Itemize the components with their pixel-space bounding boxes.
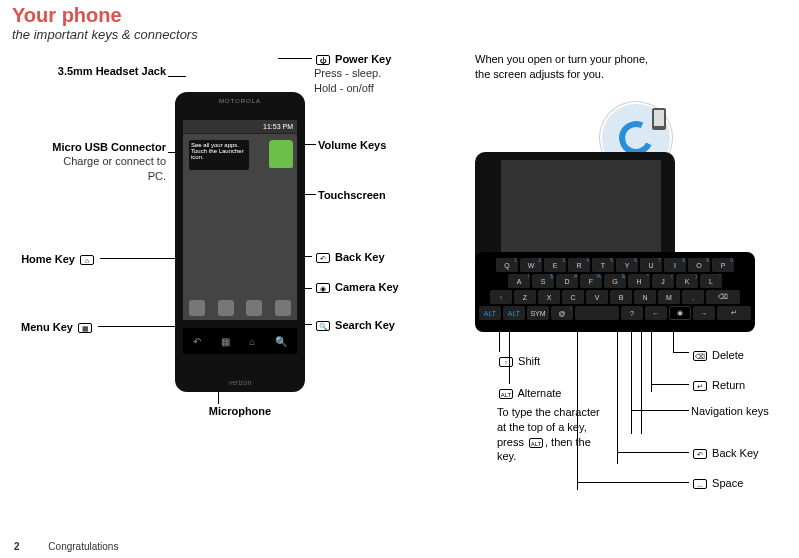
page-number: 2 xyxy=(14,541,20,552)
kb-key: M xyxy=(658,290,680,304)
footer-section: Congratulations xyxy=(48,541,118,552)
phone-front: MOTOROLA 11:53 PM See all your apps. Tou… xyxy=(175,92,305,392)
page-subtitle: the important keys & connectors xyxy=(0,27,799,42)
hw-menu-icon: ▦ xyxy=(221,336,230,347)
kb-key: SYM xyxy=(527,306,549,320)
kb-key: ALT xyxy=(503,306,525,320)
label-touchscreen: Touchscreen xyxy=(318,189,386,201)
kb-key: .: xyxy=(682,290,704,304)
label-space: Space xyxy=(712,477,743,489)
mini-phone-portrait-icon xyxy=(652,108,666,130)
space-key-icon: ⎵ xyxy=(693,479,707,489)
tips-line2: Touch the Launcher icon. xyxy=(191,148,247,160)
label-alternate: Alternate xyxy=(517,387,561,399)
label-return: Return xyxy=(712,379,745,391)
kb-key: U7 xyxy=(640,258,662,272)
kb-key: R4 xyxy=(568,258,590,272)
kb-key: D# xyxy=(556,274,578,288)
kb-key: ?, xyxy=(621,306,643,320)
page-footer: 2 Congratulations xyxy=(14,541,118,552)
kb-key: ← xyxy=(645,306,667,320)
label-back-key: Back Key xyxy=(335,251,385,263)
page-title: Your phone xyxy=(0,0,799,27)
menu-key-icon: ▦ xyxy=(78,323,92,333)
home-key-icon: ⌂ xyxy=(80,255,94,265)
camera-key-icon: ◉ xyxy=(316,283,330,293)
dock-icons xyxy=(183,300,297,316)
return-key-icon: ↵ xyxy=(693,381,707,391)
kb-key: S$ xyxy=(532,274,554,288)
label-micro-usb: Micro USB Connector xyxy=(46,140,166,154)
hw-back-icon: ↶ xyxy=(193,336,201,347)
phone-keyboard-diagram: Q1W2E3R4T5Y6U7I8O9P0A!S$D#F%G&H*J(K)L"↑Z… xyxy=(475,152,765,332)
kb-key: @/ xyxy=(551,306,573,320)
android-icon xyxy=(269,140,293,168)
label-headset: 3.5mm Headset Jack xyxy=(58,65,166,77)
label-back-key-r: Back Key xyxy=(712,447,758,459)
kb-key: B xyxy=(610,290,632,304)
right-diagram: When you open or turn your phone, the sc… xyxy=(475,52,795,95)
kb-key: Y6 xyxy=(616,258,638,272)
kb-key: K) xyxy=(676,274,698,288)
label-home-key: Home Key xyxy=(21,253,75,265)
label-micro-usb-sub: Charge or connect to PC. xyxy=(46,154,166,183)
alt-key-icon: ALT xyxy=(499,389,513,399)
search-key-icon: 🔍 xyxy=(316,321,330,331)
back-key-icon: ↶ xyxy=(316,253,330,263)
label-camera-key: Camera Key xyxy=(335,281,399,293)
kb-key xyxy=(575,306,619,320)
hw-button-row: ↶ ▦ ⌂ 🔍 xyxy=(183,328,297,354)
kb-key: ◉ xyxy=(669,306,691,320)
kb-key: A! xyxy=(508,274,530,288)
kb-key: N xyxy=(634,290,656,304)
phone-brand: MOTOROLA xyxy=(175,98,305,104)
kb-key: → xyxy=(693,306,715,320)
kb-key: F% xyxy=(580,274,602,288)
kb-key: E3 xyxy=(544,258,566,272)
label-shift: Shift xyxy=(518,355,540,367)
carrier-label: verizon xyxy=(175,379,305,386)
kb-key: ALT xyxy=(479,306,501,320)
hw-home-icon: ⌂ xyxy=(249,336,255,347)
label-delete: Delete xyxy=(712,349,744,361)
kb-key: X xyxy=(538,290,560,304)
kb-key: I8 xyxy=(664,258,686,272)
shift-key-icon: ↑ xyxy=(499,357,513,367)
status-time: 11:53 PM xyxy=(263,123,293,130)
kb-key: Q1 xyxy=(496,258,518,272)
label-power-key: Power Key xyxy=(335,53,391,65)
label-navkeys: Navigation keys xyxy=(691,405,769,417)
hw-search-icon: 🔍 xyxy=(275,336,287,347)
kb-key: O9 xyxy=(688,258,710,272)
kb-key: ⌫ xyxy=(706,290,740,304)
label-power-sub2: Hold - on/off xyxy=(314,81,454,95)
alt-inline-icon: ALT xyxy=(529,438,543,448)
delete-key-icon: ⌫ xyxy=(693,351,707,361)
kb-key: Z xyxy=(514,290,536,304)
intro-line1: When you open or turn your phone, xyxy=(475,52,795,67)
kb-key: ↵ xyxy=(717,306,751,320)
label-power-sub1: Press - sleep. xyxy=(314,66,454,80)
kb-key: H* xyxy=(628,274,650,288)
keyboard-body: Q1W2E3R4T5Y6U7I8O9P0A!S$D#F%G&H*J(K)L"↑Z… xyxy=(475,252,755,332)
label-menu-key: Menu Key xyxy=(21,321,73,333)
kb-key: G& xyxy=(604,274,626,288)
phone-top-screen xyxy=(501,160,661,266)
kb-key: P0 xyxy=(712,258,734,272)
power-key-icon: ⏻ xyxy=(316,55,330,65)
phone-screen: 11:53 PM See all your apps. Touch the La… xyxy=(183,120,297,320)
kb-key: J( xyxy=(652,274,674,288)
kb-key: V xyxy=(586,290,608,304)
label-volume: Volume Keys xyxy=(318,139,386,151)
label-microphone: Microphone xyxy=(209,405,271,417)
kb-key: C xyxy=(562,290,584,304)
left-diagram: 3.5mm Headset Jack Micro USB Connector C… xyxy=(0,52,460,492)
intro-line2: the screen adjusts for you. xyxy=(475,67,795,82)
kb-key: T5 xyxy=(592,258,614,272)
label-search-key: Search Key xyxy=(335,319,395,331)
status-bar: 11:53 PM xyxy=(183,120,297,134)
kb-key: W2 xyxy=(520,258,542,272)
tips-widget: See all your apps. Touch the Launcher ic… xyxy=(189,140,249,170)
back-key-icon-r: ↶ xyxy=(693,449,707,459)
kb-key: ↑ xyxy=(490,290,512,304)
